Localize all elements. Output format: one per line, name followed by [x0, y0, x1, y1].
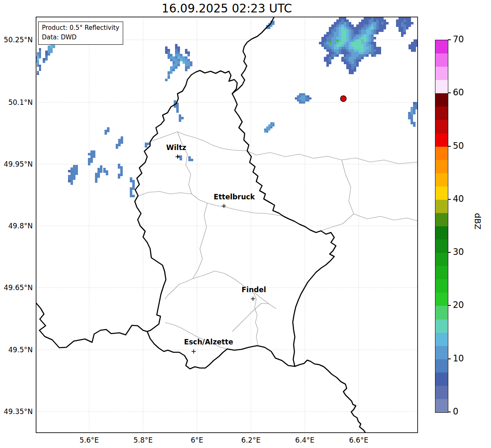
radar-cell [366, 17, 369, 19]
radar-cell [326, 57, 329, 59]
radar-cell [379, 27, 381, 29]
colorbar-segment [435, 186, 448, 200]
radar-cell [371, 22, 374, 24]
colorbar-segment [435, 53, 448, 67]
radar-cell [266, 128, 268, 131]
radar-cell [118, 174, 120, 176]
radar-cell [93, 150, 95, 153]
radar-cell [374, 19, 376, 22]
radar-cell [329, 44, 331, 47]
colorbar-tick [448, 199, 451, 200]
radar-cell [176, 105, 179, 108]
radar-cell [413, 109, 416, 112]
radar-cell [349, 22, 351, 24]
district-border-line [321, 214, 418, 231]
radar-cell [118, 164, 120, 166]
radar-cell [299, 97, 301, 99]
radar-cell [182, 61, 185, 64]
radar-cell [185, 49, 187, 51]
radar-cell [369, 52, 371, 54]
radar-cell [359, 37, 361, 39]
radar-cell [334, 34, 336, 37]
radar-cell [406, 27, 408, 29]
radar-cell [90, 153, 93, 155]
radar-cell [369, 39, 371, 42]
colorbar-tick-label: 10 [453, 354, 464, 363]
radar-cell [173, 66, 175, 69]
radar-cell [324, 47, 326, 49]
radar-cell [354, 54, 356, 57]
radar-cell [413, 49, 416, 52]
radar-cell [180, 59, 182, 61]
radar-cell [344, 44, 346, 47]
radar-cell [75, 172, 78, 175]
radar-cell [374, 49, 376, 52]
radar-cell [329, 34, 331, 37]
radar-cell [39, 48, 41, 50]
colorbar-tick [448, 39, 451, 40]
radar-cell [369, 49, 371, 52]
lon-tick-label: 6°E [191, 436, 203, 444]
radar-cell [321, 37, 324, 39]
radar-cell [170, 66, 173, 69]
radar-cell [180, 155, 182, 158]
colorbar-segment [435, 160, 448, 173]
radar-cell [354, 34, 356, 37]
district-border-line [137, 191, 192, 196]
radar-cell [381, 24, 384, 27]
colorbar-tick [448, 305, 451, 306]
radar-cell [346, 62, 349, 64]
district-border-line [247, 151, 418, 164]
colorbar-segment [435, 266, 448, 280]
radar-echo-cluster [188, 156, 193, 161]
radar-cell [349, 64, 351, 67]
radar-cell [413, 39, 416, 42]
radar-cell [361, 44, 364, 47]
radar-cell [45, 58, 48, 61]
radar-cell [381, 17, 384, 19]
district-border-line [342, 160, 354, 214]
radar-cell [346, 37, 349, 39]
radar-cell [364, 52, 366, 54]
radar-cell [173, 69, 175, 71]
radar-cell [268, 128, 270, 131]
city-marker [192, 349, 196, 354]
radar-cell [413, 42, 416, 44]
radar-cell [344, 29, 346, 32]
radar-echo-cluster [165, 44, 192, 81]
radar-cell [68, 170, 70, 172]
radar-cell [299, 102, 301, 104]
radar-cell [351, 24, 354, 27]
radar-cell [401, 32, 403, 34]
radar-cell [371, 37, 374, 39]
radar-cell [50, 51, 53, 53]
radar-cell [399, 19, 401, 22]
radar-cell [45, 53, 48, 56]
radar-cell [376, 27, 379, 29]
radar-cell [341, 24, 344, 27]
national-border-line [135, 70, 336, 369]
radar-cell [307, 99, 309, 102]
radar-cell [356, 27, 359, 29]
colorbar-segment [435, 319, 448, 333]
radar-cell [70, 180, 73, 182]
radar-cell [187, 61, 190, 64]
city-label: Esch/Alzette [184, 338, 233, 346]
radar-cell [399, 22, 401, 24]
radar-cell [339, 39, 341, 42]
radar-cell [326, 62, 329, 64]
radar-cell [339, 22, 341, 24]
radar-cell [384, 24, 386, 27]
radar-cell [364, 34, 366, 37]
radar-echo-cluster [179, 114, 184, 122]
radar-cell [364, 54, 366, 57]
radar-cell [307, 95, 309, 97]
radar-cell [324, 57, 326, 59]
radar-cell [303, 102, 305, 104]
radar-cell [379, 52, 381, 54]
radar-cell [309, 97, 311, 99]
radar-cell [37, 71, 39, 73]
radar-cell [413, 102, 416, 104]
radar-cell [364, 32, 366, 34]
radar-echo-cluster [266, 21, 275, 29]
